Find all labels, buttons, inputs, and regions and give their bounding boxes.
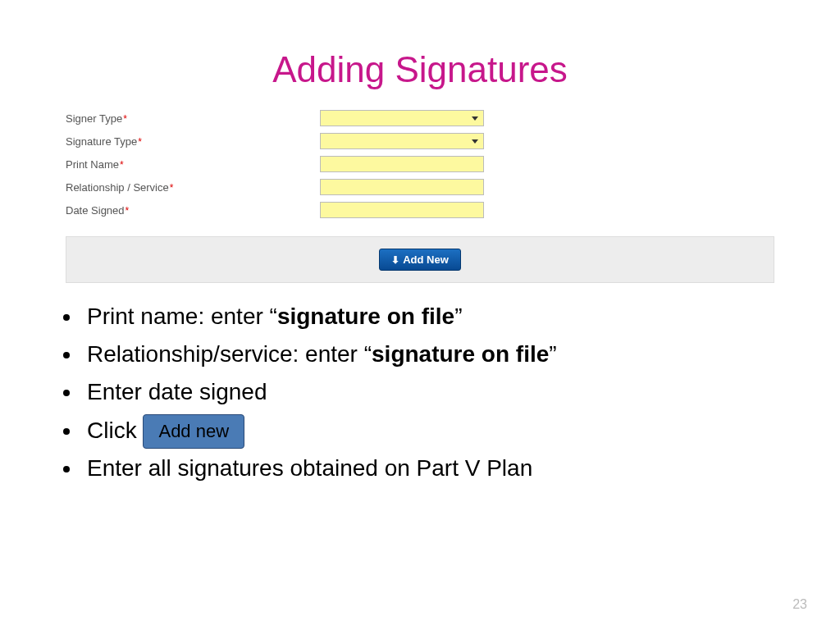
select-signature-type[interactable] [320, 133, 484, 149]
bullet-enter-all: Enter all signatures obtained on Part V … [82, 450, 791, 487]
bullet-click-add: Click Add new [82, 412, 791, 450]
required-mark: * [138, 136, 142, 148]
button-bar: ⬇Add New [66, 236, 774, 283]
label-print-name: Print Name* [66, 158, 320, 171]
row-signer-type: Signer Type* [66, 107, 774, 130]
signature-form: Signer Type* Signature Type* Print Name*… [66, 107, 774, 283]
required-mark: * [126, 205, 130, 217]
select-signer-type[interactable] [320, 110, 484, 126]
label-signature-type: Signature Type* [66, 135, 320, 148]
input-print-name[interactable] [320, 156, 484, 172]
label-relationship: Relationship / Service* [66, 181, 320, 194]
required-mark: * [170, 182, 174, 194]
instruction-list: Print name: enter “signature on file” Re… [82, 298, 791, 487]
row-signature-type: Signature Type* [66, 130, 774, 153]
add-new-button[interactable]: ⬇Add New [379, 249, 461, 271]
bullet-print-name: Print name: enter “signature on file” [82, 298, 791, 336]
add-new-label: Add New [403, 253, 449, 266]
inline-add-new-button: Add new [143, 414, 244, 449]
label-signer-type: Signer Type* [66, 112, 320, 125]
row-date-signed: Date Signed* [66, 199, 774, 221]
row-print-name: Print Name* [66, 153, 774, 176]
required-mark: * [123, 113, 127, 125]
input-relationship[interactable] [320, 179, 484, 195]
page-number: 23 [792, 597, 807, 612]
required-mark: * [120, 159, 124, 171]
slide-title: Adding Signatures [49, 49, 791, 90]
download-arrow-icon: ⬇ [391, 254, 399, 266]
label-date-signed: Date Signed* [66, 204, 320, 217]
bullet-relationship: Relationship/service: enter “signature o… [82, 336, 791, 373]
row-relationship: Relationship / Service* [66, 176, 774, 199]
bullet-date-signed: Enter date signed [82, 373, 791, 411]
input-date-signed[interactable] [320, 202, 484, 218]
